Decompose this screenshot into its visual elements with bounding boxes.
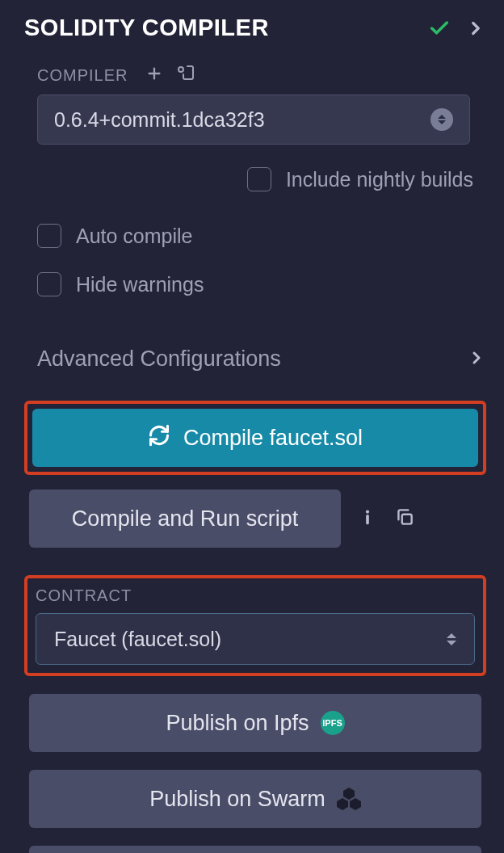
info-icon[interactable] bbox=[359, 506, 376, 532]
publish-ipfs-button[interactable]: Publish on Ipfs IPFS bbox=[29, 694, 481, 752]
advanced-config-row[interactable]: Advanced Configurations bbox=[24, 347, 486, 372]
contract-select[interactable]: Faucet (faucet.sol) bbox=[36, 613, 475, 665]
auto-compile-label: Auto compile bbox=[76, 225, 193, 248]
select-knob-icon bbox=[430, 108, 453, 131]
advanced-config-label: Advanced Configurations bbox=[37, 347, 281, 372]
plus-icon[interactable] bbox=[145, 65, 163, 86]
chevron-right-icon[interactable] bbox=[465, 18, 486, 39]
sort-icon bbox=[447, 633, 456, 645]
publish-swarm-button[interactable]: Publish on Swarm bbox=[29, 770, 481, 828]
compile-button-label: Compile faucet.sol bbox=[183, 426, 363, 451]
swarm-icon bbox=[337, 788, 361, 810]
compilation-details-label: Compilation Details bbox=[162, 850, 350, 854]
nightly-label: Include nightly builds bbox=[286, 168, 473, 191]
contract-highlight: CONTRACT Faucet (faucet.sol) bbox=[24, 575, 486, 676]
compile-button[interactable]: Compile faucet.sol bbox=[32, 409, 478, 467]
chevron-right-icon bbox=[467, 348, 486, 371]
compiler-version-select[interactable]: 0.6.4+commit.1dca32f3 bbox=[37, 95, 470, 145]
svg-marker-8 bbox=[350, 798, 361, 810]
svg-rect-5 bbox=[402, 515, 412, 524]
panel-title: SOLIDITY COMPILER bbox=[24, 15, 414, 41]
svg-point-3 bbox=[366, 510, 369, 513]
compiler-version-value: 0.6.4+commit.1dca32f3 bbox=[54, 108, 265, 132]
nightly-checkbox[interactable] bbox=[247, 167, 271, 191]
compile-highlight: Compile faucet.sol bbox=[24, 401, 486, 475]
contract-select-value: Faucet (faucet.sol) bbox=[54, 628, 221, 651]
refresh-icon bbox=[148, 424, 170, 452]
svg-point-2 bbox=[178, 67, 183, 72]
file-link-icon[interactable] bbox=[176, 64, 195, 86]
auto-compile-checkbox[interactable] bbox=[37, 224, 61, 248]
publish-ipfs-label: Publish on Ipfs bbox=[166, 711, 309, 736]
panel-header: SOLIDITY COMPILER bbox=[24, 15, 486, 41]
compile-run-label: Compile and Run script bbox=[72, 506, 299, 532]
svg-marker-7 bbox=[337, 798, 348, 810]
svg-rect-4 bbox=[366, 515, 369, 524]
compile-run-button[interactable]: Compile and Run script bbox=[29, 490, 341, 548]
compilation-details-button[interactable]: Compilation Details bbox=[29, 846, 481, 853]
ipfs-icon: IPFS bbox=[321, 711, 345, 735]
hide-warnings-label: Hide warnings bbox=[76, 273, 204, 296]
compiler-section-label: COMPILER bbox=[37, 66, 128, 85]
publish-swarm-label: Publish on Swarm bbox=[149, 787, 326, 812]
copy-icon[interactable] bbox=[394, 506, 415, 531]
hide-warnings-checkbox[interactable] bbox=[37, 272, 61, 296]
svg-marker-6 bbox=[343, 788, 355, 800]
check-icon[interactable] bbox=[428, 17, 451, 40]
contract-section-label: CONTRACT bbox=[36, 586, 475, 605]
